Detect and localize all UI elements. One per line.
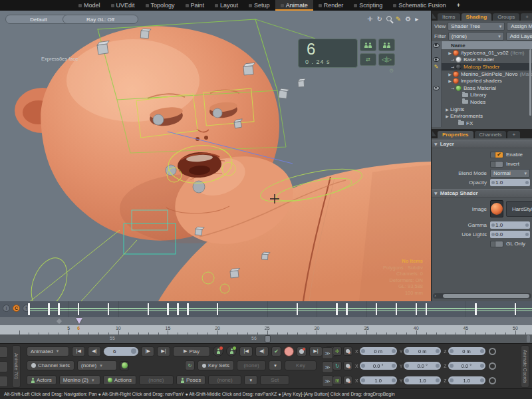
tab-channels[interactable]: Channels <box>475 131 507 138</box>
visibility-cell[interactable]: ✎ <box>432 63 442 70</box>
visibility-cell[interactable] <box>432 77 442 84</box>
channel-state-ring[interactable] <box>489 362 496 370</box>
keyframe-tick[interactable] <box>515 303 516 315</box>
more-options-chevron[interactable]: ≫ <box>322 375 333 387</box>
key-remove-icon[interactable] <box>297 346 307 356</box>
channel-state-ring[interactable] <box>489 348 496 355</box>
tree-row-base-shader[interactable]: →Base Shader <box>432 57 532 64</box>
channel-sets-dropdown[interactable]: (none) <box>77 360 117 370</box>
menu-tab-scripting[interactable]: Scripting <box>348 0 388 11</box>
auto-key-actor-icon[interactable] <box>213 346 223 356</box>
keyframe-tick[interactable] <box>396 303 397 315</box>
orbit-icon[interactable]: ↻ <box>376 15 382 23</box>
keyframe-tick[interactable] <box>48 303 49 315</box>
current-frame-field[interactable]: 6 <box>104 347 138 356</box>
key-create-icon[interactable]: ✔ <box>271 346 281 356</box>
position-z-field[interactable]: 0 m <box>448 347 485 355</box>
visibility-cell[interactable] <box>432 120 442 127</box>
track-toggle-C[interactable]: C <box>13 305 20 312</box>
visibility-cell[interactable] <box>432 112 442 120</box>
channel-sets-button[interactable]: Channel Sets <box>27 360 74 370</box>
layer-section-header[interactable]: ▼Layer <box>432 140 532 148</box>
key-sets-dropdown[interactable]: (none) <box>237 360 266 370</box>
position-y-field[interactable]: 0 m <box>404 347 441 355</box>
menu-tab-model[interactable]: Model <box>73 0 106 11</box>
tab-add[interactable]: + <box>507 131 520 138</box>
range-end-handle[interactable] <box>527 335 530 342</box>
properties-scrollbar[interactable]: › <box>433 293 531 299</box>
tab-properties[interactable]: Properties <box>438 131 473 138</box>
viewport-3d[interactable]: Default Ray GL: Off ✛ ↻ ✎ ⚙ ▸ Expressões… <box>0 11 431 301</box>
shading-preset-button[interactable]: Default <box>5 15 72 24</box>
menu-tab-+[interactable]: + <box>452 0 466 11</box>
set-options-dropdown[interactable]: ▾ <box>244 375 257 385</box>
hud-range-button[interactable]: ◁|▷ <box>378 53 395 66</box>
filter-dropdown[interactable]: (none) <box>448 32 504 41</box>
keyframe-tick[interactable] <box>28 303 29 315</box>
keyframe-tick[interactable] <box>475 303 476 315</box>
go-start-button[interactable]: |◀ <box>72 346 85 356</box>
panel-corner-icon[interactable] <box>432 131 436 136</box>
keyframe-tick[interactable] <box>58 303 59 315</box>
visibility-cell[interactable] <box>432 106 442 113</box>
visibility-cell[interactable] <box>432 70 442 78</box>
go-end-button[interactable]: ▶| <box>157 346 170 356</box>
keyframe-tick[interactable] <box>426 303 427 315</box>
tree-row-menino-skinpele-novo[interactable]: ▶Menino_SkinPele_Novo(Mate... <box>432 70 532 78</box>
eye-icon[interactable] <box>433 86 440 90</box>
tree-scrollbar[interactable] <box>529 49 531 116</box>
record-button[interactable] <box>284 346 294 356</box>
visibility-cell[interactable] <box>432 57 442 64</box>
next-key-button[interactable]: |▶ <box>141 346 154 356</box>
key-icon[interactable] <box>343 361 352 370</box>
more-options-chevron[interactable]: ≫ <box>322 361 333 373</box>
panel-corner-icon[interactable] <box>432 13 436 19</box>
expand-arrow-icon[interactable]: ▶ <box>447 72 453 76</box>
keyframe-tick[interactable] <box>297 303 298 315</box>
scale-z-field[interactable]: 1.0 <box>448 376 485 384</box>
key-icon[interactable] <box>343 346 352 356</box>
expand-arrow-icon[interactable]: ▶ <box>447 78 453 83</box>
keyframe-track[interactable]: iCf <box>0 301 532 318</box>
rotation-x-field[interactable]: 0.0 ° <box>360 362 397 370</box>
position-x-field[interactable]: 0 m <box>360 347 397 355</box>
timeline-ruler[interactable]: 51015202530354045506 <box>0 325 532 335</box>
hud-gear-icon[interactable]: ⚙ <box>389 68 394 74</box>
tree-row-environments[interactable]: ▶Environments <box>432 112 532 120</box>
expand-arrow-icon[interactable]: → <box>450 65 456 69</box>
menu-tab-layout[interactable]: Layout <box>209 0 243 11</box>
keyframe-tick[interactable] <box>416 303 417 315</box>
play-button[interactable]: ▶Play <box>173 346 210 356</box>
enable-checkbox[interactable]: ✔ <box>495 152 503 158</box>
visibility-cell[interactable] <box>432 49 442 57</box>
keyframe-tick[interactable] <box>187 303 188 315</box>
rotation-y-field[interactable]: 0.0 ° <box>404 362 441 370</box>
menu-tab-schematic-fusion[interactable]: Schematic Fusion <box>388 0 452 11</box>
gamma-field[interactable]: 1.0 <box>490 221 530 229</box>
poses-button[interactable]: Poses <box>176 375 205 385</box>
expand-arrow-icon[interactable]: ▸ <box>415 15 418 23</box>
timeline-range-bar[interactable]: 5556 <box>0 334 532 343</box>
tree-row-base-material[interactable]: →Base Material <box>432 84 532 92</box>
zoom-icon[interactable] <box>386 16 392 21</box>
matcap-image-thumbnail[interactable] <box>490 200 503 217</box>
use-lights-field[interactable]: 0.0 <box>490 231 530 238</box>
expand-arrow-icon[interactable]: → <box>450 57 456 62</box>
menu-tab-render[interactable]: Render <box>313 0 349 11</box>
set-button[interactable]: Set <box>260 375 289 385</box>
tab-add[interactable]: + <box>521 13 532 21</box>
gear-icon[interactable]: ⚙ <box>405 15 411 23</box>
keyframe-tick[interactable] <box>177 303 178 315</box>
keyframe-tick[interactable] <box>148 303 149 315</box>
scrub-marker[interactable] <box>57 319 62 324</box>
tree-row-imported-shaders[interactable]: ▶imported shaders <box>432 77 532 84</box>
right-vertical-tab[interactable]: Animate Coords <box>521 345 529 388</box>
keyframe-tick[interactable] <box>108 303 109 315</box>
animation-mode-dropdown[interactable]: Animated <box>27 346 69 356</box>
key-sets-button[interactable]: Key Sets <box>198 360 234 370</box>
hud-actor-button-1[interactable] <box>360 39 376 51</box>
key-options-dropdown[interactable]: ▾ <box>269 360 282 370</box>
keyframe-tick[interactable] <box>78 303 79 315</box>
actions-button[interactable]: Actions <box>103 375 136 385</box>
scale-tool-icon[interactable]: ⊞ <box>332 376 342 385</box>
